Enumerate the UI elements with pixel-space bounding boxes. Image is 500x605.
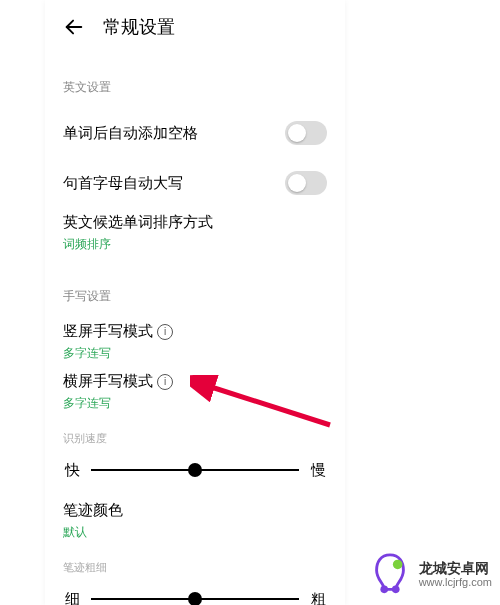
info-icon[interactable]: i — [157, 324, 173, 340]
slider-speed-right: 慢 — [309, 461, 327, 480]
row-candidate-order[interactable]: 英文候选单词排序方式 词频排序 — [63, 208, 327, 258]
label-candidate-order: 英文候选单词排序方式 — [63, 213, 213, 232]
value-stroke-color: 默认 — [63, 524, 123, 541]
row-auto-capitalize[interactable]: 句首字母自动大写 — [63, 158, 327, 208]
slider-width-right: 粗 — [309, 590, 327, 606]
value-landscape-mode: 多字连写 — [63, 395, 173, 412]
svg-point-3 — [392, 586, 400, 594]
watermark-url: www.lcjrfg.com — [419, 576, 492, 589]
back-arrow-icon[interactable] — [63, 16, 85, 38]
watermark-name: 龙城安卓网 — [419, 560, 492, 576]
slider-width-left: 细 — [63, 590, 81, 606]
row-landscape-mode[interactable]: 横屏手写模式i 多字连写 — [63, 367, 327, 417]
label-stroke-color: 笔迹颜色 — [63, 501, 123, 520]
subhead-speed: 识别速度 — [63, 431, 327, 446]
label-space-after-word: 单词后自动添加空格 — [63, 124, 198, 143]
slider-stroke-width[interactable] — [91, 589, 299, 605]
watermark-logo-icon — [367, 551, 413, 597]
phone-frame: 常规设置 英文设置 单词后自动添加空格 句首字母自动大写 英文候选单词排序方式 … — [45, 0, 345, 605]
slider-speed-row: 快 慢 — [63, 452, 327, 486]
subhead-stroke-width: 笔迹粗细 — [63, 560, 327, 575]
toggle-auto-capitalize[interactable] — [285, 171, 327, 195]
page-root: 常规设置 英文设置 单词后自动添加空格 句首字母自动大写 英文候选单词排序方式 … — [0, 0, 500, 605]
row-space-after-word[interactable]: 单词后自动添加空格 — [63, 108, 327, 158]
svg-point-4 — [393, 560, 403, 570]
value-portrait-mode: 多字连写 — [63, 345, 173, 362]
row-stroke-color[interactable]: 笔迹颜色 默认 — [63, 496, 327, 546]
slider-speed[interactable] — [91, 460, 299, 480]
slider-width-row: 细 粗 — [63, 581, 327, 605]
info-icon[interactable]: i — [157, 374, 173, 390]
content-area: 英文设置 单词后自动添加空格 句首字母自动大写 英文候选单词排序方式 词频排序 … — [45, 79, 345, 605]
row-portrait-mode[interactable]: 竖屏手写模式i 多字连写 — [63, 317, 327, 367]
slider-speed-left: 快 — [63, 461, 81, 480]
section-handwrite: 手写设置 — [63, 288, 327, 305]
label-auto-capitalize: 句首字母自动大写 — [63, 174, 183, 193]
watermark: 龙城安卓网 www.lcjrfg.com — [367, 551, 492, 597]
toggle-space-after-word[interactable] — [285, 121, 327, 145]
svg-point-2 — [380, 586, 388, 594]
header-bar: 常规设置 — [45, 0, 345, 49]
label-portrait-mode: 竖屏手写模式i — [63, 322, 173, 341]
section-english: 英文设置 — [63, 79, 327, 96]
page-title: 常规设置 — [103, 15, 175, 39]
value-candidate-order: 词频排序 — [63, 236, 213, 253]
label-landscape-mode: 横屏手写模式i — [63, 372, 173, 391]
